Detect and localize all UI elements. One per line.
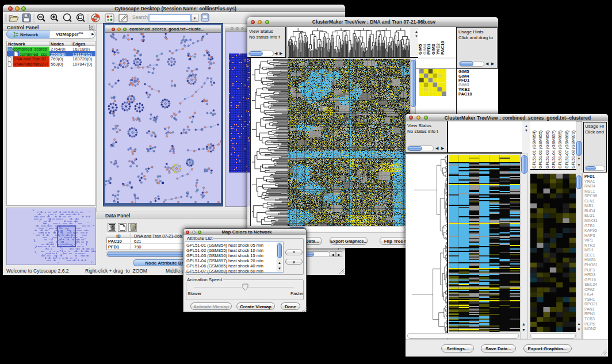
svg-text:GPL51-01 (GSM854): GPL51-01 (GSM854) [532, 131, 537, 168]
svg-text:GPL51-03 (GSM856): GPL51-03 (GSM856) [545, 131, 550, 168]
svg-text:GPL51-07 (GSM868): GPL51-07 (GSM868) [565, 131, 569, 168]
svg-text:GPL51-02 (GSM855): GPL51-02 (GSM855) [538, 131, 543, 168]
svg-text:PAC10: PAC10 [440, 41, 445, 55]
svg-text:GPL51-06 (GSM865): GPL51-06 (GSM865) [558, 131, 563, 168]
svg-text:GPL51-08 (GSM872): GPL51-08 (GSM872) [571, 131, 576, 168]
svg-text:GPL51-04 (GSM857): GPL51-04 (GSM857) [552, 131, 556, 168]
